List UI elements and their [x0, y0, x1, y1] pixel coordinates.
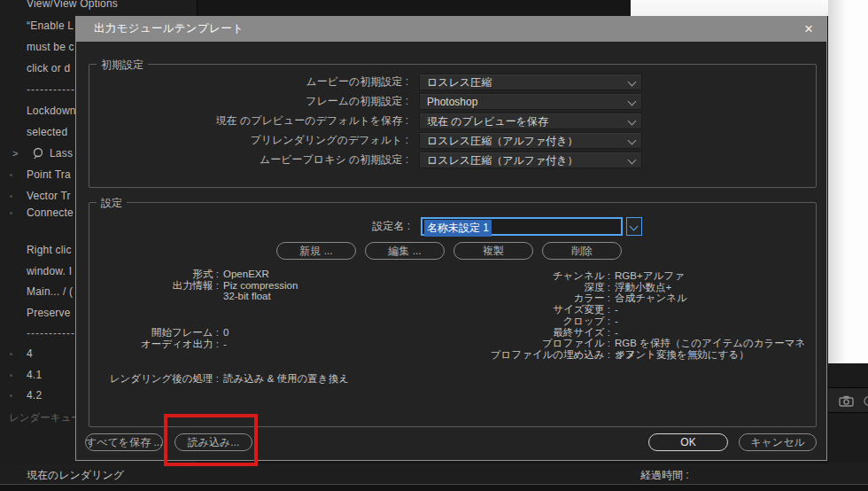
save-all-button[interactable]: すべてを保存 ...: [85, 433, 163, 451]
output-info-label: 出力情報 :: [104, 280, 219, 292]
prerender-default-label: プリレンダリングのデフォルト :: [89, 132, 408, 149]
list-item: Right clic: [27, 244, 72, 256]
settings-group: 設定 設定名 : 名称未設定 1 新規 ... 編集 ... 複製 削除 形式 …: [89, 202, 817, 427]
render-queue-panel-edge: [828, 363, 868, 464]
settings-group-label: 設定: [97, 196, 127, 211]
proxy-default-row: ムービープロキシ の初期設定 : ロスレス圧縮（アルファ付き）: [89, 152, 816, 168]
list-item: Lass: [50, 147, 73, 160]
chevron-down-icon: [630, 222, 639, 231]
final-size-value: -: [610, 327, 618, 339]
post-render-value: 読み込み & 使用の置き換え: [219, 373, 349, 385]
prerender-default-select[interactable]: ロスレス圧縮（アルファ付き）: [419, 132, 642, 149]
list-item: Connecte: [27, 207, 74, 219]
proxy-default-select[interactable]: ロスレス圧縮（アルファ付き）: [419, 152, 642, 168]
prerender-default-row: プリレンダリングのデフォルト : ロスレス圧縮（アルファ付き）: [89, 132, 816, 149]
expander-chevron-icon[interactable]: >: [12, 148, 18, 159]
setting-name-dropdown[interactable]: [626, 217, 642, 236]
movie-default-row: ムービーの初期設定 : ロスレス圧縮: [89, 74, 816, 90]
final-size-label: 最終サイズ :: [479, 327, 610, 339]
chevron-down-icon: [628, 97, 637, 106]
setting-name-value: 名称未設定 1: [424, 220, 492, 237]
start-frame-value: 0: [219, 327, 229, 339]
preview-default-select[interactable]: 現在 のプレビューを保存: [419, 113, 642, 129]
chevron-down-icon: [628, 78, 637, 87]
queue-header-strip: [0, 484, 868, 491]
lasso-icon: [32, 147, 44, 163]
movie-default-select[interactable]: ロスレス圧縮: [419, 74, 642, 90]
crop-label: クロップ :: [479, 316, 610, 327]
dialog-title: 出力モジュールテンプレート: [94, 16, 244, 42]
new-button[interactable]: 新規 ...: [276, 242, 356, 260]
list-item: View/View Options: [27, 0, 118, 10]
list-item: selected: [27, 126, 67, 138]
wrapped-overlap-text: ジメント変換を無効にする）: [615, 349, 749, 361]
chevron-down-icon: [628, 117, 637, 126]
screen: View/View Options “Enable L must be c cl…: [0, 0, 868, 491]
current-render-label: 現在のレンダリング: [27, 468, 124, 483]
channels-label: チャンネル :: [479, 270, 610, 282]
white-page-area: [828, 0, 868, 363]
format-value: OpenEXR: [219, 269, 269, 280]
frame-default-value: Photoshop: [427, 94, 477, 110]
list-item: Vector Tr: [27, 190, 71, 202]
clipped-icon[interactable]: [861, 394, 868, 410]
resize-value: -: [610, 304, 618, 316]
format-info-block: 形式 :OpenEXR 出力情報 :Piz compression 32-bit…: [104, 269, 349, 384]
color-label: カラー :: [479, 292, 610, 304]
list-item: Main... / (: [27, 285, 73, 298]
post-render-label: レンダリング後の処理 :: [104, 373, 219, 385]
proxy-default-label: ムービープロキシ の初期設定 :: [89, 152, 408, 168]
render-queue-tab[interactable]: レンダーキュー: [9, 411, 81, 425]
output-module-templates-dialog: 出力モジュールテンプレート × 初期設定 ムービーの初期設定 : ロスレス圧縮 …: [75, 16, 827, 461]
list-item: window. I: [27, 265, 72, 277]
channels-value: RGB+アルファ: [610, 270, 685, 282]
frame-default-row: フレームの初期設定 : Photoshop: [89, 93, 816, 110]
audio-output-value: -: [219, 339, 227, 350]
profile-value: RGB を保持（このアイテムのカラーマネ: [610, 338, 805, 349]
output-info-value: Piz compression: [219, 280, 298, 292]
ok-button[interactable]: OK: [648, 433, 728, 451]
preview-default-row: 現在 のプレビューのデフォルトを保存 : 現在 のプレビューを保存: [89, 113, 816, 129]
embed-profile-value: オフジメント変換を無効にする）: [610, 349, 636, 361]
list-item: click or d: [27, 62, 70, 74]
embed-profile-label: プロファイルの埋め込み :: [479, 349, 610, 361]
proxy-default-value: ロスレス圧縮（アルファ付き）: [427, 152, 578, 168]
list-item: 4.2: [27, 389, 42, 401]
panel-toolbar: [828, 387, 868, 413]
duplicate-button[interactable]: 複製: [453, 242, 533, 260]
list-item: “Enable L: [27, 19, 74, 32]
movie-default-value: ロスレス圧縮: [427, 74, 492, 90]
resize-label: サイズ変更 :: [479, 304, 610, 316]
blank-label: [104, 291, 219, 302]
setting-name-input[interactable]: 名称未設定 1: [421, 217, 623, 236]
movie-default-label: ムービーの初期設定 :: [89, 74, 408, 90]
frame-default-label: フレームの初期設定 :: [89, 93, 408, 110]
list-item: 4.1: [27, 369, 42, 381]
audio-output-label: オーディオ出力 :: [104, 339, 219, 350]
channel-info-block: チャンネル :RGB+アルファ 深度 :浮動小数点+ カラー :合成チャンネル …: [479, 270, 805, 361]
chevron-down-icon: [628, 156, 637, 165]
edit-button[interactable]: 編集 ...: [365, 242, 445, 260]
depth-label: 深度 :: [479, 282, 610, 293]
list-item: Point Tra: [27, 168, 71, 181]
list-item: must be c: [27, 41, 74, 53]
crop-value: -: [610, 316, 618, 327]
delete-button[interactable]: 削除: [542, 242, 622, 260]
preview-default-label: 現在 のプレビューのデフォルトを保存 :: [89, 113, 408, 129]
depth-value: 浮動小数点+: [610, 282, 671, 293]
frame-default-select[interactable]: Photoshop: [419, 93, 642, 110]
defaults-group: 初期設定 ムービーの初期設定 : ロスレス圧縮 フレームの初期設定 : Phot…: [89, 64, 817, 188]
list-item: Lockdown: [27, 105, 76, 117]
dialog-titlebar[interactable]: 出力モジュールテンプレート ×: [76, 16, 826, 42]
list-item: Preserve: [27, 307, 71, 319]
profile-label: プロファイル :: [479, 338, 610, 349]
close-icon[interactable]: ×: [804, 20, 813, 38]
camera-icon[interactable]: [839, 394, 854, 410]
cancel-button[interactable]: キャンセル: [739, 433, 817, 451]
prerender-default-value: ロスレス圧縮（アルファ付き）: [427, 133, 578, 149]
output-info-value2: 32-bit float: [219, 291, 271, 302]
start-frame-label: 開始フレーム :: [104, 327, 219, 339]
color-value: 合成チャンネル: [610, 292, 687, 304]
red-highlight-rectangle: [164, 414, 258, 466]
elapsed-time-label: 経過時間 :: [640, 468, 689, 483]
